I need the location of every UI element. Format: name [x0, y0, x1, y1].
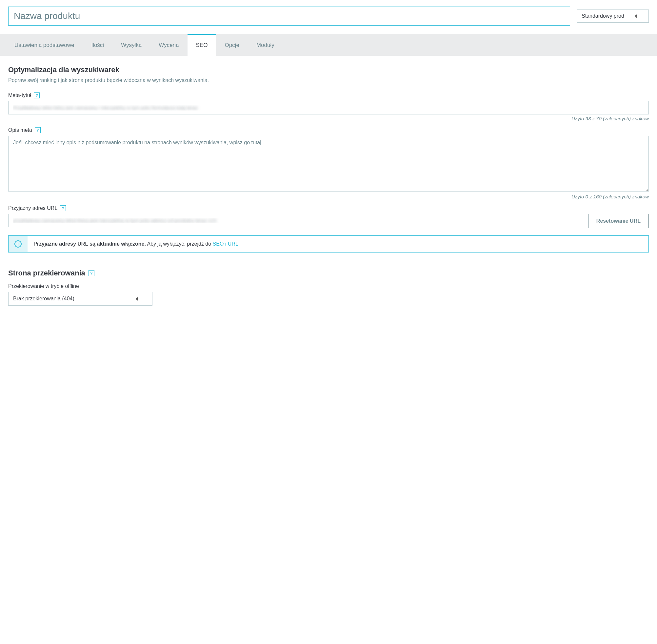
- seo-panel: Optymalizacja dla wyszukiwarek Popraw sw…: [0, 56, 657, 325]
- meta-description-textarea[interactable]: [8, 136, 649, 191]
- redirect-offline-label: Przekierowanie w trybie offline: [8, 283, 79, 289]
- info-rest-text: Aby ją wyłączyć, przejdź do: [146, 241, 213, 247]
- tab-shipping[interactable]: Wysyłka: [113, 34, 150, 56]
- product-type-selected-label: Standardowy prod: [582, 13, 624, 19]
- friendly-url-input[interactable]: [8, 214, 578, 227]
- meta-description-counter: Użyto 0 z 160 (zalecanych) znaków: [8, 194, 649, 199]
- help-icon[interactable]: ?: [35, 127, 41, 133]
- meta-title-counter: Użyto 93 z 70 (zalecanych) znaków: [8, 116, 649, 121]
- reset-url-button[interactable]: Resetowanie URL: [588, 214, 649, 228]
- tab-options[interactable]: Opcje: [216, 34, 248, 56]
- friendly-url-label: Przyjazny adres URL: [8, 205, 57, 211]
- tab-pricing[interactable]: Wycena: [150, 34, 187, 56]
- redirect-type-select[interactable]: Brak przekierowania (404) ▲▼: [8, 292, 152, 306]
- info-icon: i: [15, 240, 22, 248]
- seo-url-link[interactable]: SEO i URL: [213, 241, 238, 247]
- product-name-input[interactable]: [8, 6, 570, 26]
- tab-basic-settings[interactable]: Ustawienia podstawowe: [6, 34, 83, 56]
- tabs-bar: Ustawienia podstawowe Ilości Wysyłka Wyc…: [0, 34, 657, 56]
- help-icon[interactable]: ?: [60, 205, 66, 211]
- help-icon[interactable]: ?: [89, 270, 94, 276]
- caret-sort-icon: ▲▼: [135, 297, 139, 301]
- friendly-url-info-box: i Przyjazne adresy URL są aktualnie włąc…: [8, 235, 649, 252]
- info-icon-wrap: i: [8, 236, 27, 252]
- seo-section-description: Popraw swój ranking i jak strona produkt…: [8, 77, 649, 83]
- product-type-select[interactable]: Standardowy prod ▲▼: [577, 9, 649, 23]
- meta-title-input[interactable]: [8, 101, 649, 114]
- meta-description-label: Opis meta: [8, 127, 32, 133]
- tab-quantities[interactable]: Ilości: [83, 34, 113, 56]
- info-strong-text: Przyjazne adresy URL są aktualnie włączo…: [33, 241, 146, 247]
- caret-sort-icon: ▲▼: [634, 14, 638, 18]
- meta-title-label: Meta-tytuł: [8, 92, 31, 98]
- redirect-section-title: Strona przekierowania: [8, 269, 85, 277]
- tab-modules[interactable]: Moduły: [248, 34, 283, 56]
- tab-seo[interactable]: SEO: [188, 34, 216, 56]
- help-icon[interactable]: ?: [34, 92, 40, 98]
- info-text: Przyjazne adresy URL są aktualnie włączo…: [27, 236, 244, 252]
- redirect-selected-label: Brak przekierowania (404): [13, 296, 74, 302]
- seo-section-title: Optymalizacja dla wyszukiwarek: [8, 66, 649, 74]
